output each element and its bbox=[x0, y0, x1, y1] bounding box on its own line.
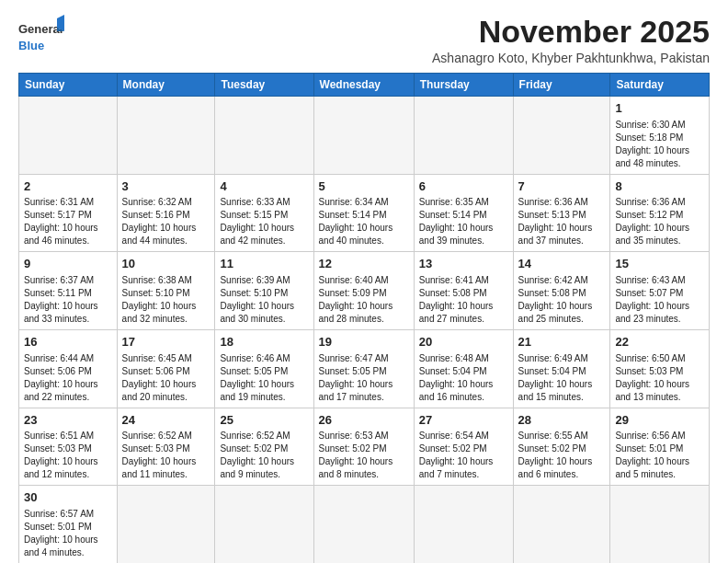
title-block: November 2025 Ashanagro Koto, Khyber Pak… bbox=[432, 15, 710, 65]
weekday-header-monday: Monday bbox=[117, 74, 215, 97]
calendar-week-4: 16Sunrise: 6:44 AM Sunset: 5:06 PM Dayli… bbox=[19, 330, 710, 408]
calendar-cell: 15Sunrise: 6:43 AM Sunset: 5:07 PM Dayli… bbox=[610, 252, 710, 330]
calendar-cell: 8Sunrise: 6:36 AM Sunset: 5:12 PM Daylig… bbox=[610, 174, 710, 252]
calendar-cell: 24Sunrise: 6:52 AM Sunset: 5:03 PM Dayli… bbox=[117, 408, 215, 486]
day-number: 9 bbox=[24, 256, 112, 272]
day-info: Sunrise: 6:35 AM Sunset: 5:14 PM Dayligh… bbox=[419, 196, 508, 247]
day-info: Sunrise: 6:57 AM Sunset: 5:01 PM Dayligh… bbox=[24, 508, 112, 559]
day-info: Sunrise: 6:36 AM Sunset: 5:12 PM Dayligh… bbox=[615, 196, 704, 247]
day-info: Sunrise: 6:52 AM Sunset: 5:03 PM Dayligh… bbox=[122, 430, 210, 481]
day-number: 6 bbox=[419, 178, 508, 195]
day-number: 18 bbox=[220, 334, 308, 350]
calendar-cell bbox=[117, 486, 215, 563]
day-number: 28 bbox=[518, 412, 606, 429]
day-number: 10 bbox=[122, 256, 210, 272]
svg-text:General: General bbox=[18, 22, 63, 36]
day-info: Sunrise: 6:31 AM Sunset: 5:17 PM Dayligh… bbox=[24, 196, 112, 247]
day-number: 22 bbox=[615, 334, 704, 350]
day-number: 24 bbox=[122, 412, 210, 429]
day-number: 2 bbox=[24, 178, 112, 195]
day-info: Sunrise: 6:41 AM Sunset: 5:08 PM Dayligh… bbox=[419, 274, 508, 326]
day-info: Sunrise: 6:42 AM Sunset: 5:08 PM Dayligh… bbox=[518, 274, 606, 326]
day-number: 12 bbox=[319, 256, 409, 272]
day-number: 11 bbox=[220, 256, 308, 272]
day-info: Sunrise: 6:53 AM Sunset: 5:02 PM Dayligh… bbox=[319, 430, 409, 481]
calendar-cell: 25Sunrise: 6:52 AM Sunset: 5:02 PM Dayli… bbox=[215, 408, 313, 486]
day-number: 27 bbox=[419, 412, 508, 429]
page: General Blue November 2025 Ashanagro Kot… bbox=[0, 0, 728, 563]
calendar-cell bbox=[414, 486, 513, 563]
day-info: Sunrise: 6:37 AM Sunset: 5:11 PM Dayligh… bbox=[24, 274, 112, 326]
calendar-cell bbox=[117, 97, 215, 175]
day-info: Sunrise: 6:43 AM Sunset: 5:07 PM Dayligh… bbox=[615, 274, 704, 326]
calendar-cell: 6Sunrise: 6:35 AM Sunset: 5:14 PM Daylig… bbox=[414, 174, 513, 252]
day-info: Sunrise: 6:34 AM Sunset: 5:14 PM Dayligh… bbox=[319, 196, 409, 247]
calendar-cell: 16Sunrise: 6:44 AM Sunset: 5:06 PM Dayli… bbox=[19, 330, 118, 408]
day-number: 19 bbox=[319, 334, 409, 350]
day-number: 1 bbox=[615, 100, 704, 117]
calendar-cell: 5Sunrise: 6:34 AM Sunset: 5:14 PM Daylig… bbox=[313, 174, 414, 252]
calendar-cell: 22Sunrise: 6:50 AM Sunset: 5:03 PM Dayli… bbox=[610, 330, 710, 408]
calendar-cell: 11Sunrise: 6:39 AM Sunset: 5:10 PM Dayli… bbox=[215, 252, 313, 330]
day-number: 29 bbox=[615, 412, 704, 429]
calendar-cell: 10Sunrise: 6:38 AM Sunset: 5:10 PM Dayli… bbox=[117, 252, 215, 330]
day-info: Sunrise: 6:47 AM Sunset: 5:05 PM Dayligh… bbox=[319, 352, 409, 404]
calendar-header: SundayMondayTuesdayWednesdayThursdayFrid… bbox=[19, 74, 710, 97]
day-info: Sunrise: 6:32 AM Sunset: 5:16 PM Dayligh… bbox=[122, 196, 210, 247]
day-number: 8 bbox=[615, 178, 704, 195]
day-number: 25 bbox=[220, 412, 308, 429]
day-info: Sunrise: 6:38 AM Sunset: 5:10 PM Dayligh… bbox=[122, 274, 210, 326]
calendar-cell: 29Sunrise: 6:56 AM Sunset: 5:01 PM Dayli… bbox=[610, 408, 710, 486]
calendar-cell: 9Sunrise: 6:37 AM Sunset: 5:11 PM Daylig… bbox=[19, 252, 118, 330]
calendar-cell bbox=[513, 486, 610, 563]
day-number: 21 bbox=[518, 334, 606, 350]
day-info: Sunrise: 6:49 AM Sunset: 5:04 PM Dayligh… bbox=[518, 352, 606, 404]
weekday-header-row: SundayMondayTuesdayWednesdayThursdayFrid… bbox=[19, 74, 710, 97]
weekday-header-thursday: Thursday bbox=[414, 74, 513, 97]
weekday-header-saturday: Saturday bbox=[610, 74, 710, 97]
day-number: 14 bbox=[518, 256, 606, 272]
day-number: 3 bbox=[122, 178, 210, 195]
calendar-week-6: 30Sunrise: 6:57 AM Sunset: 5:01 PM Dayli… bbox=[19, 486, 710, 563]
day-number: 7 bbox=[518, 178, 606, 195]
day-info: Sunrise: 6:48 AM Sunset: 5:04 PM Dayligh… bbox=[419, 352, 508, 404]
generalblue-logo-icon: General Blue bbox=[18, 15, 66, 55]
calendar-cell: 28Sunrise: 6:55 AM Sunset: 5:02 PM Dayli… bbox=[513, 408, 610, 486]
day-info: Sunrise: 6:52 AM Sunset: 5:02 PM Dayligh… bbox=[220, 430, 308, 481]
calendar-cell: 14Sunrise: 6:42 AM Sunset: 5:08 PM Dayli… bbox=[513, 252, 610, 330]
svg-text:Blue: Blue bbox=[18, 39, 44, 52]
calendar-cell: 26Sunrise: 6:53 AM Sunset: 5:02 PM Dayli… bbox=[313, 408, 414, 486]
calendar-cell bbox=[215, 486, 313, 563]
day-info: Sunrise: 6:51 AM Sunset: 5:03 PM Dayligh… bbox=[24, 430, 112, 481]
day-info: Sunrise: 6:30 AM Sunset: 5:18 PM Dayligh… bbox=[615, 119, 704, 170]
day-info: Sunrise: 6:54 AM Sunset: 5:02 PM Dayligh… bbox=[419, 430, 508, 481]
calendar-week-3: 9Sunrise: 6:37 AM Sunset: 5:11 PM Daylig… bbox=[19, 252, 710, 330]
calendar-cell: 19Sunrise: 6:47 AM Sunset: 5:05 PM Dayli… bbox=[313, 330, 414, 408]
weekday-header-wednesday: Wednesday bbox=[313, 74, 414, 97]
day-number: 16 bbox=[24, 334, 112, 350]
day-number: 30 bbox=[24, 489, 112, 506]
day-info: Sunrise: 6:56 AM Sunset: 5:01 PM Dayligh… bbox=[615, 430, 704, 481]
day-number: 17 bbox=[122, 334, 210, 350]
calendar-cell: 1Sunrise: 6:30 AM Sunset: 5:18 PM Daylig… bbox=[610, 97, 710, 175]
day-number: 5 bbox=[319, 178, 409, 195]
calendar-cell: 3Sunrise: 6:32 AM Sunset: 5:16 PM Daylig… bbox=[117, 174, 215, 252]
calendar-cell: 2Sunrise: 6:31 AM Sunset: 5:17 PM Daylig… bbox=[19, 174, 118, 252]
weekday-header-tuesday: Tuesday bbox=[215, 74, 313, 97]
calendar-cell bbox=[513, 97, 610, 175]
day-info: Sunrise: 6:33 AM Sunset: 5:15 PM Dayligh… bbox=[220, 196, 308, 247]
calendar-cell: 20Sunrise: 6:48 AM Sunset: 5:04 PM Dayli… bbox=[414, 330, 513, 408]
day-info: Sunrise: 6:40 AM Sunset: 5:09 PM Dayligh… bbox=[319, 274, 409, 326]
weekday-header-friday: Friday bbox=[513, 74, 610, 97]
calendar-week-5: 23Sunrise: 6:51 AM Sunset: 5:03 PM Dayli… bbox=[19, 408, 710, 486]
calendar-cell bbox=[610, 486, 710, 563]
day-info: Sunrise: 6:45 AM Sunset: 5:06 PM Dayligh… bbox=[122, 352, 210, 404]
weekday-header-sunday: Sunday bbox=[19, 74, 118, 97]
calendar-cell bbox=[215, 97, 313, 175]
calendar-cell bbox=[414, 97, 513, 175]
calendar-week-1: 1Sunrise: 6:30 AM Sunset: 5:18 PM Daylig… bbox=[19, 97, 710, 175]
day-info: Sunrise: 6:44 AM Sunset: 5:06 PM Dayligh… bbox=[24, 352, 112, 404]
day-info: Sunrise: 6:50 AM Sunset: 5:03 PM Dayligh… bbox=[615, 352, 704, 404]
day-number: 20 bbox=[419, 334, 508, 350]
day-info: Sunrise: 6:36 AM Sunset: 5:13 PM Dayligh… bbox=[518, 196, 606, 247]
